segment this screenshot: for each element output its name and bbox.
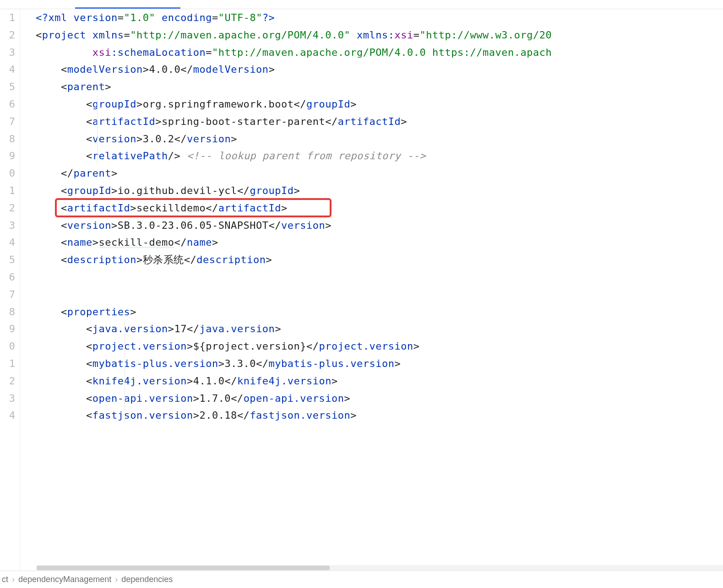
token: xsi (92, 47, 111, 58)
code-line[interactable] (36, 286, 723, 303)
token: modelVersion (67, 64, 143, 75)
token: 秒杀系统 (143, 254, 184, 265)
code-line[interactable]: <version>SB.3.0-23.06.05-SNAPSHOT</versi… (36, 217, 723, 234)
token: > (143, 64, 149, 75)
token: > (111, 220, 118, 231)
token: artifactId (67, 202, 130, 214)
token (350, 29, 357, 41)
token (36, 202, 61, 214)
token: </ (231, 393, 244, 404)
line-number: 0 (0, 338, 15, 355)
token: schemaLocation (118, 47, 206, 58)
code-line[interactable]: <?xml version="1.0" encoding="UTF-8"?> (36, 9, 723, 27)
code-line[interactable]: <project xmlns="http://maven.apache.org/… (36, 27, 723, 44)
token: </ (180, 64, 193, 75)
breadcrumb-seg[interactable]: dependencyManagement (18, 575, 111, 584)
scrollbar-thumb[interactable] (37, 566, 330, 570)
token: description (67, 254, 136, 265)
token: > (130, 202, 136, 214)
line-number: 3 (0, 44, 15, 61)
code-line[interactable]: <modelVersion>4.0.0</modelVersion> (36, 61, 723, 78)
code-line[interactable]: <name>seckill-demo</name> (36, 234, 723, 251)
code-line[interactable] (36, 269, 723, 286)
token: name (67, 237, 92, 248)
code-line[interactable]: <parent> (36, 78, 723, 96)
token: java.version (92, 323, 168, 334)
line-number: 9 (0, 147, 15, 165)
token: spring-boot-starter-parent (162, 116, 325, 127)
token: > (344, 393, 351, 404)
breadcrumb-seg[interactable]: ct (2, 575, 8, 584)
horizontal-scrollbar[interactable] (37, 565, 723, 571)
code-area[interactable]: <?xml version="1.0" encoding="UTF-8"?><p… (20, 9, 723, 571)
line-number: 3 (0, 217, 15, 234)
token: > (332, 375, 338, 387)
line-number: 2 (0, 372, 15, 390)
token: </ (237, 185, 250, 196)
token: version (73, 12, 117, 23)
code-line[interactable]: <groupId>org.springframework.boot</group… (36, 96, 723, 113)
code-line[interactable]: <groupId>io.github.devil-ycl</groupId> (36, 182, 723, 200)
token: > (395, 358, 401, 369)
token: = (118, 12, 124, 23)
token: </ (174, 237, 187, 248)
code-line[interactable]: <version>3.0.2</version> (36, 130, 723, 148)
token: project (42, 29, 92, 41)
code-line[interactable]: <artifactId>seckilldemo</artifactId> (36, 200, 723, 217)
token: > (218, 358, 225, 369)
token: /> (168, 150, 187, 162)
token: > (130, 306, 136, 318)
token (36, 64, 61, 75)
token: 1.7.0 (199, 393, 231, 404)
token: < (86, 393, 92, 404)
token (36, 185, 61, 196)
breadcrumb-seg[interactable]: dependencies (121, 575, 173, 584)
code-line[interactable]: <project.version>${project.version}</pro… (36, 338, 723, 355)
token: > (155, 116, 162, 127)
code-line[interactable]: <fastjson.version>2.0.18</fastjson.versi… (36, 407, 723, 424)
token: artifactId (218, 202, 281, 214)
code-line[interactable]: <knife4j.version>4.1.0</knife4j.version> (36, 372, 723, 390)
code-line[interactable]: <description>秒杀系统</description> (36, 251, 723, 269)
tab-bar (0, 0, 723, 9)
code-line[interactable]: <open-api.version>1.7.0</open-api.versio… (36, 390, 723, 407)
code-line[interactable]: <relativePath/> <!-- lookup parent from … (36, 147, 723, 165)
code-line[interactable]: <properties> (36, 303, 723, 321)
token: </ (237, 410, 250, 421)
token: > (136, 98, 143, 110)
code-line[interactable]: <java.version>17</java.version> (36, 320, 723, 338)
token: </ (174, 133, 187, 145)
token: properties (67, 306, 130, 318)
token: </ (61, 167, 74, 179)
code-line[interactable]: </parent> (36, 165, 723, 182)
token: > (193, 410, 200, 421)
code-line[interactable]: <mybatis-plus.version>3.3.0</mybatis-plu… (36, 355, 723, 372)
token: knife4j.version (237, 375, 332, 387)
chevron-right-icon: › (12, 575, 15, 584)
token: </ (187, 323, 200, 334)
token: open-api.version (244, 393, 344, 404)
token: version (187, 133, 231, 145)
token (36, 150, 86, 162)
token (36, 237, 61, 248)
token: > (187, 375, 193, 387)
line-number: 2 (0, 200, 15, 217)
token: > (92, 237, 99, 248)
breadcrumb[interactable]: ct › dependencyManagement › dependencies (0, 571, 723, 588)
token: modelVersion (193, 64, 269, 75)
token: parent (73, 167, 111, 179)
token (36, 98, 86, 110)
chevron-right-icon: › (115, 575, 118, 584)
token: java.version (199, 323, 275, 334)
token: < (61, 306, 67, 318)
token: = (413, 29, 420, 41)
code-line[interactable]: xsi:schemaLocation="http://maven.apache.… (36, 44, 723, 61)
token: "http://www.w3.org/20 (420, 29, 552, 41)
line-number: 5 (0, 251, 15, 269)
token: ${project.version} (193, 340, 306, 352)
code-line[interactable]: <artifactId>spring-boot-starter-parent</… (36, 113, 723, 130)
token: < (61, 237, 67, 248)
code-lines[interactable]: <?xml version="1.0" encoding="UTF-8"?><p… (20, 9, 723, 424)
token: version (92, 133, 136, 145)
token: < (61, 220, 67, 231)
